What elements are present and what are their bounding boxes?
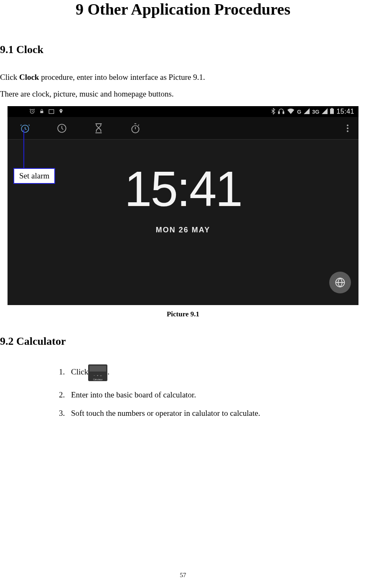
svg-rect-1 xyxy=(41,111,43,113)
svg-point-3 xyxy=(61,110,62,111)
wifi-icon xyxy=(287,108,295,115)
callout-connector-line xyxy=(23,130,24,170)
stopwatch-tab-icon[interactable] xyxy=(130,122,141,134)
picture-status-icon xyxy=(48,108,54,115)
svg-rect-5 xyxy=(283,112,284,114)
section-heading-clock: 9.1 Clock xyxy=(0,43,366,56)
timer-tab-icon[interactable] xyxy=(93,122,104,134)
clock-date-display: MON 26 MAY xyxy=(156,226,210,234)
page-title: 9 Other Application Procedures xyxy=(0,0,366,18)
alarm-status-icon xyxy=(29,108,35,115)
clock-time-display: 15:41 xyxy=(125,160,241,217)
location-status-icon xyxy=(58,108,64,115)
clock-app-screenshot: G 3G 15:41 xyxy=(8,106,358,305)
text: procedure, enter into below interface as… xyxy=(39,73,205,81)
3g-label: 3G xyxy=(312,109,319,115)
tab-bar xyxy=(8,117,358,140)
list-item: ClickCalculator. xyxy=(67,364,366,381)
status-bar-time: 15:41 xyxy=(336,108,354,115)
clock-para-1: Click Clock procedure, enter into below … xyxy=(0,73,366,82)
bold-clock-word: Clock xyxy=(19,73,39,81)
battery-icon xyxy=(330,108,334,115)
clock-main-display: 15:41 MON 26 MAY xyxy=(8,160,358,234)
signal-icon-1 xyxy=(304,108,310,115)
page-number: 57 xyxy=(0,572,366,579)
alarm-tab-icon[interactable] xyxy=(19,122,31,134)
svg-rect-4 xyxy=(278,112,280,114)
status-bar: G 3G 15:41 xyxy=(8,106,358,117)
calculator-app-icon: Calculator xyxy=(88,364,107,381)
bluetooth-icon xyxy=(271,108,275,116)
signal-icon-2 xyxy=(322,108,328,115)
set-alarm-callout: Set alarm xyxy=(13,168,55,184)
screenshot-figure: G 3G 15:41 xyxy=(8,106,358,305)
clock-para-2: There are clock, picture, music and home… xyxy=(0,89,366,99)
list-item: Enter into the basic board of calculator… xyxy=(67,390,366,400)
text: Click xyxy=(71,367,88,376)
g-network-label: G xyxy=(297,109,301,115)
lock-status-icon xyxy=(39,108,44,115)
svg-rect-2 xyxy=(49,109,54,113)
svg-point-10 xyxy=(132,125,139,132)
overflow-menu-icon[interactable] xyxy=(347,125,358,132)
svg-rect-6 xyxy=(330,109,334,114)
text: . xyxy=(107,367,109,376)
section-heading-calculator: 9.2 Calculator xyxy=(0,335,366,348)
list-item: Soft touch the numbers or operator in ca… xyxy=(67,409,366,418)
calculator-steps-list: ClickCalculator. Enter into the basic bo… xyxy=(0,364,366,418)
text: Click xyxy=(0,73,19,81)
clock-tab-icon[interactable] xyxy=(56,122,68,134)
headphones-icon xyxy=(278,108,285,115)
figure-caption: Picture 9.1 xyxy=(0,310,366,318)
world-clock-button[interactable] xyxy=(329,272,351,293)
svg-rect-7 xyxy=(331,108,333,109)
